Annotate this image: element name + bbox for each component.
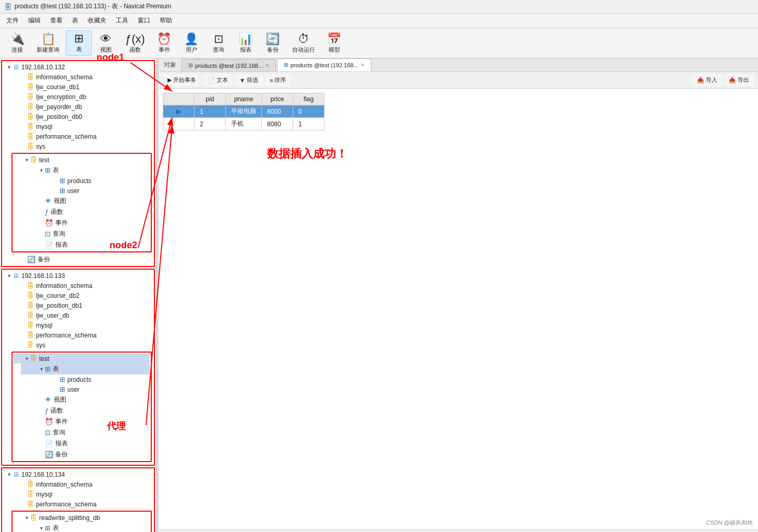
tree-toggle-test-132[interactable]: ▾ — [23, 157, 30, 163]
tbl-btn-begin-tx[interactable]: ▶开始事务 — [163, 74, 201, 86]
tree-row-perf-134[interactable]: 🗄performance_schema — [10, 499, 153, 509]
tree-row-info-schema-132[interactable]: 🗄information_schema — [10, 72, 153, 82]
tab-tab1[interactable]: ⊞products @test (192.168...✕ — [182, 59, 276, 71]
tree-row-ljw-course-db1[interactable]: 🗄ljw_course_db1 — [10, 82, 153, 92]
tree-row-perf-132[interactable]: 🗄performance_schema — [10, 131, 153, 141]
tree-row-backup-133[interactable]: 🔄备份 — [21, 449, 150, 460]
toolbar-btn-user[interactable]: 👤用户 — [178, 31, 204, 56]
tree-row-test-132[interactable]: ▾🗄test — [14, 155, 150, 165]
tree-row-report-133[interactable]: 📄报表 — [21, 438, 150, 449]
menu-item-收藏夹[interactable]: 收藏夹 — [83, 15, 111, 27]
tree-row-sys-133[interactable]: 🗄sys — [10, 340, 153, 350]
cell-pname[interactable]: 手机 — [226, 118, 262, 130]
toolbar-btn-query[interactable]: ⊡查询 — [206, 31, 232, 56]
tree-icon-ljw-user-db: 🗄 — [27, 311, 34, 319]
toolbar-btn-event[interactable]: ⏰事件 — [151, 31, 177, 56]
table-row[interactable]: 2手机80801 — [163, 118, 324, 130]
tree-row-node-192-133[interactable]: ▾🖥192.168.10.133 — [3, 271, 153, 281]
sidebar[interactable]: ▾🖥192.168.10.132🗄information_schema🗄ljw_… — [0, 58, 157, 532]
tree-row-report-132[interactable]: 📄报表 — [21, 239, 150, 250]
tree-row-info-schema-134[interactable]: 🗄information_schema — [10, 479, 153, 489]
tree-row-ljw-enc-db[interactable]: 🗄ljw_encryption_db — [10, 92, 153, 102]
tree-row-ljw-pay-db[interactable]: 🗄ljw_payorder_db — [10, 102, 153, 112]
menu-item-窗口[interactable]: 窗口 — [134, 15, 154, 27]
tab-close[interactable]: ✕ — [360, 62, 365, 68]
menu-item-工具[interactable]: 工具 — [112, 15, 133, 27]
tree-toggle-tables-132[interactable]: ▾ — [38, 167, 45, 173]
tree-row-ljw-user-db[interactable]: 🗄ljw_user_db — [10, 310, 153, 320]
tab-close[interactable]: ✕ — [265, 63, 269, 68]
toolbar-btn-view[interactable]: 👁视图 — [93, 31, 119, 56]
cell-price[interactable]: 8000 — [262, 105, 293, 118]
tree-row-mysql-132[interactable]: 🗄mysql — [10, 122, 153, 131]
tree-icon-report-132: 📄 — [45, 241, 53, 249]
toolbar-btn-new-query[interactable]: 📋新建查询 — [31, 31, 65, 56]
tbl-btn-导出[interactable]: 📥导出 — [724, 74, 754, 86]
tree-toggle-tables-133[interactable]: ▾ — [38, 366, 45, 372]
tree-row-query-133[interactable]: ⊡查询 — [21, 427, 150, 438]
toolbar-btn-backup[interactable]: 🔄备份 — [260, 31, 286, 56]
tree-row-products-132[interactable]: ⊞products — [28, 176, 150, 186]
toolbar-btn-report[interactable]: 📊报表 — [233, 31, 259, 56]
cell-flag[interactable]: 1 — [293, 118, 324, 130]
menu-item-文件[interactable]: 文件 — [2, 15, 23, 27]
tree-row-products-133[interactable]: ⊞products — [28, 374, 150, 384]
toolbar-btn-connect[interactable]: 🔌连接 — [4, 31, 30, 56]
tree-row-func-133[interactable]: ƒ函数 — [21, 405, 150, 416]
tree-toggle-test-133[interactable]: ▾ — [23, 356, 30, 361]
tree-row-user-133[interactable]: ⊞user — [28, 384, 150, 394]
tree-row-user-132[interactable]: ⊞user — [28, 186, 150, 196]
tree-row-views-132[interactable]: 👁视图 — [21, 196, 150, 207]
tree-row-views-133[interactable]: 👁视图 — [21, 394, 150, 405]
cell-pname[interactable]: 平板电脑 — [226, 105, 262, 118]
menu-item-表[interactable]: 表 — [68, 15, 82, 27]
tree-toggle-readwrite-db[interactable]: ▾ — [23, 515, 30, 521]
toolbar-btn-auto-run[interactable]: ⏱自动运行 — [287, 31, 320, 56]
tree-row-sys-132[interactable]: 🗄sys — [10, 141, 153, 151]
tree-row-ljw-pos-db0[interactable]: 🗄ljw_position_db0 — [10, 112, 153, 122]
tree-row-mysql-134[interactable]: 🗄mysql — [10, 489, 153, 499]
tree-row-info-schema-133[interactable]: 🗄information_schema — [10, 281, 153, 291]
table-row[interactable]: ▶1平板电脑80000 — [163, 105, 324, 118]
toolbar-btn-function[interactable]: ƒ(x)函数 — [120, 31, 150, 56]
tree-row-node-192-132[interactable]: ▾🖥192.168.10.132 — [3, 62, 153, 72]
tree-row-ljw-pos-db1[interactable]: 🗄ljw_position_db1 — [10, 300, 153, 310]
tree-row-tables-132[interactable]: ▾⊞表 — [21, 165, 150, 176]
tbl-btn-sort[interactable]: ≡排序 — [265, 74, 291, 86]
tab-tab2[interactable]: ⊞products @test (192.168...✕ — [277, 58, 371, 71]
tree-row-tables-134[interactable]: ▾⊞表 — [21, 523, 150, 532]
tbl-btn-filter[interactable]: ▼筛选 — [235, 74, 263, 86]
cell-pid[interactable]: 2 — [195, 118, 226, 130]
tree-row-event-132[interactable]: ⏰事件 — [21, 217, 150, 228]
tree-row-backup-132[interactable]: 🔄备份 — [10, 254, 153, 265]
menu-item-查看[interactable]: 查看 — [46, 15, 67, 27]
begin-tx-icon: ▶ — [167, 77, 172, 83]
tree-row-node-192-134[interactable]: ▾🖥192.168.10.134 — [3, 469, 153, 479]
menu-item-编辑[interactable]: 编辑 — [24, 15, 45, 27]
tree-row-event-133[interactable]: ⏰事件 — [21, 416, 150, 427]
toolbar-btn-table[interactable]: ⊞表 — [66, 30, 92, 56]
toolbar-btn-model[interactable]: 📅模型 — [321, 31, 347, 56]
tree-toggle-node-192-133[interactable]: ▾ — [5, 273, 13, 279]
tree-row-ljw-course-db2[interactable]: 🗄ljw_course_db2 — [10, 291, 153, 300]
cell-price[interactable]: 8080 — [262, 118, 293, 130]
tree-toggle-node-192-132[interactable]: ▾ — [5, 64, 13, 70]
cell-pid[interactable]: 1 — [195, 105, 226, 118]
tree-toggle-tables-134[interactable]: ▾ — [38, 525, 45, 531]
tree-row-test-133[interactable]: ▾🗄test — [14, 354, 150, 364]
tree-row-readwrite-db[interactable]: ▾🗄readwrite_splitting_db — [14, 513, 150, 523]
tree-row-tables-133[interactable]: ▾⊞表 — [21, 364, 150, 374]
tree-row-query-132[interactable]: ⊡查询 — [21, 228, 150, 239]
tbl-btn-text[interactable]: 📄文本 — [203, 74, 233, 86]
tree-row-mysql-133[interactable]: 🗄mysql — [10, 320, 153, 330]
tbl-btn-导入[interactable]: 📥导入 — [692, 74, 722, 86]
menu-item-帮助[interactable]: 帮助 — [155, 15, 176, 27]
tree-children-tables-132: ⊞products⊞user — [21, 176, 150, 196]
tree-node-test-133: ▾🗄test▾⊞表⊞products⊞user👁视图ƒ函数⏰事件⊡查询📄报表🔄备… — [14, 354, 150, 460]
tree-icon-tables-133: ⊞ — [45, 365, 51, 373]
cell-flag[interactable]: 0 — [293, 105, 324, 118]
tree-icon-info-schema-132: 🗄 — [27, 73, 34, 81]
tree-row-func-132[interactable]: ƒ函数 — [21, 207, 150, 217]
tree-toggle-node-192-134[interactable]: ▾ — [5, 471, 13, 477]
tree-row-perf-133[interactable]: 🗄performance_schema — [10, 330, 153, 340]
